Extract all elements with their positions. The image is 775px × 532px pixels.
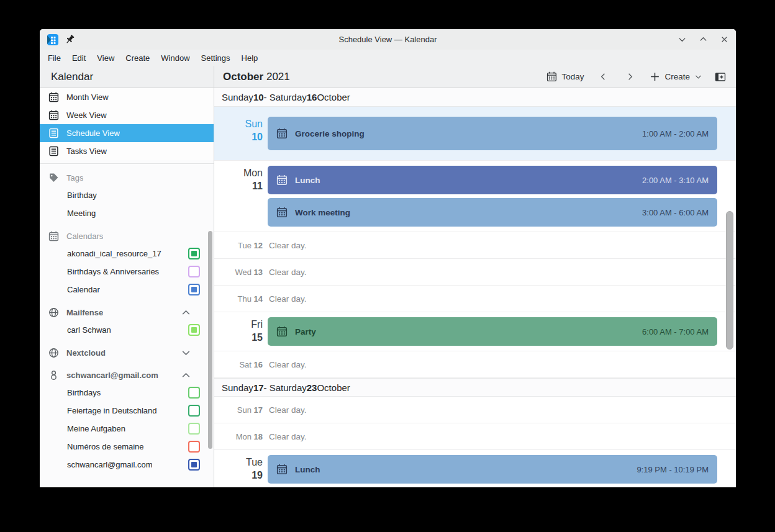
menu-create[interactable]: Create (120, 52, 155, 65)
schedule-view: Sunday 10 - Saturday 16 OctoberSun10Groc… (214, 88, 736, 487)
calendar-checkbox[interactable] (188, 423, 200, 435)
sidebar-item-birthdays-anniversaries[interactable]: Birthdays & Anniversaries (40, 263, 214, 281)
calendar-checkbox[interactable] (188, 324, 200, 336)
sidebar-item-week-view[interactable]: Week View (40, 106, 214, 124)
day-number: 11 (214, 180, 263, 193)
day-name: Mon (214, 167, 263, 180)
sidebar-item-month-view[interactable]: Month View (40, 88, 214, 106)
checkbox-fill (191, 287, 197, 292)
day-events: Lunch2:00 AM - 3:10 AMWork meeting3:00 A… (268, 166, 736, 227)
previous-button[interactable] (592, 70, 614, 84)
checkbox-fill (191, 251, 197, 256)
day-name: Fri (214, 318, 263, 331)
day-events: Party6:00 AM - 7:00 AM (268, 317, 736, 346)
sidebar-item-akonadi-ical-resource-17[interactable]: akonadi_ical_resource_17 (40, 245, 214, 263)
sidebar-scrollbar[interactable] (208, 231, 212, 449)
sidebar-item-birthday[interactable]: Birthday (40, 186, 214, 204)
calendar-checkbox[interactable] (188, 405, 200, 417)
day-label: Mon 18 (214, 432, 263, 441)
maximize-button[interactable] (697, 34, 709, 45)
kalendar-window: Schedule View — Kalendar FileEditViewCre… (40, 29, 736, 487)
day-row-sun-17: Sun 17Clear day. (214, 397, 736, 423)
sidebar-item-label: Calendar (67, 285, 100, 294)
sidebar-item-birthdays[interactable]: Birthdays (40, 384, 214, 402)
event-party[interactable]: Party6:00 AM - 7:00 AM (268, 317, 717, 346)
sidebar-item-label: Birthdays (67, 388, 101, 397)
main-scrollbar[interactable] (726, 211, 733, 349)
section-header-schwancarl-gmail-com[interactable]: schwancarl@gmail.com (40, 366, 214, 384)
calendar-checkbox[interactable] (188, 266, 200, 277)
clear-day-text: Clear day. (269, 432, 307, 441)
sidebar-item-carl-schwan[interactable]: carl Schwan (40, 321, 214, 339)
week-header: Sunday 17 - Saturday 23 October (214, 378, 736, 397)
page-title: October 2021 (223, 71, 290, 83)
sidebar-item-num-ros-de-semaine[interactable]: Numéros de semaine (40, 438, 214, 456)
event-calendar-icon (276, 326, 288, 337)
event-work-meeting[interactable]: Work meeting3:00 AM - 6:00 AM (268, 198, 717, 227)
section-header-mailfense[interactable]: Mailfense (40, 304, 214, 321)
chevron-down-icon (181, 348, 191, 358)
sidebar-item-label: Month View (66, 92, 109, 102)
tag-icon (48, 173, 59, 183)
event-time: 3:00 AM - 6:00 AM (642, 208, 709, 217)
sidebar-item-label: Numéros de semaine (67, 442, 144, 451)
section-header-calendars[interactable]: Calendars (40, 227, 214, 245)
sidebar-item-label: akonadi_ical_resource_17 (67, 249, 161, 258)
today-button[interactable]: Today (543, 69, 587, 84)
close-button[interactable] (718, 34, 730, 45)
event-calendar-icon (276, 207, 288, 218)
app-title: Kalendar (40, 66, 214, 88)
today-button-label: Today (561, 72, 584, 81)
panel-toggle-button[interactable] (711, 70, 730, 84)
calendar-checkbox[interactable] (188, 387, 200, 399)
section-title: Nextcloud (66, 348, 106, 358)
section-header-tags[interactable]: Tags (40, 169, 214, 186)
minimize-button[interactable] (676, 34, 687, 45)
menu-settings[interactable]: Settings (196, 52, 236, 65)
calendar-icon (48, 231, 59, 241)
sidebar-item-calendar[interactable]: Calendar (40, 281, 214, 299)
create-button[interactable]: Create (646, 69, 706, 84)
day-row-wed-13: Wed 13Clear day. (214, 259, 736, 286)
event-grocerie-shoping[interactable]: Grocerie shoping1:00 AM - 2:00 AM (268, 117, 717, 150)
sidebar-item-meine-aufgaben[interactable]: Meine Aufgaben (40, 420, 214, 438)
sidebar-item-label: Tasks View (66, 147, 107, 156)
sidebar-item-label: schwancarl@gmail.com (67, 460, 152, 469)
menu-view[interactable]: View (91, 52, 120, 65)
day-row-sun-10: Sun10Grocerie shoping1:00 AM - 2:00 AM (214, 107, 736, 161)
event-lunch[interactable]: Lunch2:00 AM - 3:10 AM (268, 166, 717, 194)
sidebar-item-schedule-view[interactable]: Schedule View (40, 124, 214, 142)
sidebar-item-tasks-view[interactable]: Tasks View (40, 142, 214, 160)
menu-help[interactable]: Help (236, 52, 264, 65)
sidebar-item-label: Feiertage in Deutschland (67, 406, 157, 415)
sidebar-item-meeting[interactable]: Meeting (40, 204, 214, 222)
calendar-checkbox[interactable] (188, 284, 200, 295)
kalendar-app-icon[interactable] (46, 34, 58, 46)
event-title: Lunch (295, 465, 320, 474)
calendar-checkbox[interactable] (188, 441, 200, 453)
next-button[interactable] (619, 70, 641, 84)
event-time: 9:19 PM - 10:19 PM (637, 465, 709, 474)
menu-edit[interactable]: Edit (66, 52, 91, 65)
event-lunch[interactable]: Lunch9:19 PM - 10:19 PM (268, 455, 717, 484)
day-row-mon-18: Mon 18Clear day. (214, 423, 736, 450)
sidebar-sections: TagsBirthdayMeetingCalendarsakonadi_ical… (40, 169, 214, 474)
day-row-sat-16: Sat 16Clear day. (214, 351, 736, 378)
day-row-thu-14: Thu 14Clear day. (214, 286, 736, 312)
sidebar: Month ViewWeek ViewSchedule ViewTasks Vi… (40, 88, 214, 487)
sidebar-item-schwancarl-gmail-com[interactable]: schwancarl@gmail.com (40, 456, 214, 474)
day-row-tue-19: Tue19Lunch9:19 PM - 10:19 PM (214, 450, 736, 487)
clear-day-text: Clear day. (269, 405, 307, 415)
day-number: 10 (214, 131, 263, 144)
day-number: 19 (214, 469, 263, 482)
pin-icon[interactable] (65, 34, 75, 45)
calendar-checkbox[interactable] (188, 248, 200, 259)
day-row-fri-15: Fri15Party6:00 AM - 7:00 AM (214, 312, 736, 351)
calendar-checkbox[interactable] (188, 459, 200, 471)
menu-window[interactable]: Window (155, 52, 195, 65)
day-name: Sun (214, 118, 263, 131)
section-header-nextcloud[interactable]: Nextcloud (40, 344, 214, 361)
today-calendar-icon (546, 71, 557, 82)
menu-file[interactable]: File (42, 52, 66, 65)
sidebar-item-feiertage-in-deutschland[interactable]: Feiertage in Deutschland (40, 402, 214, 420)
